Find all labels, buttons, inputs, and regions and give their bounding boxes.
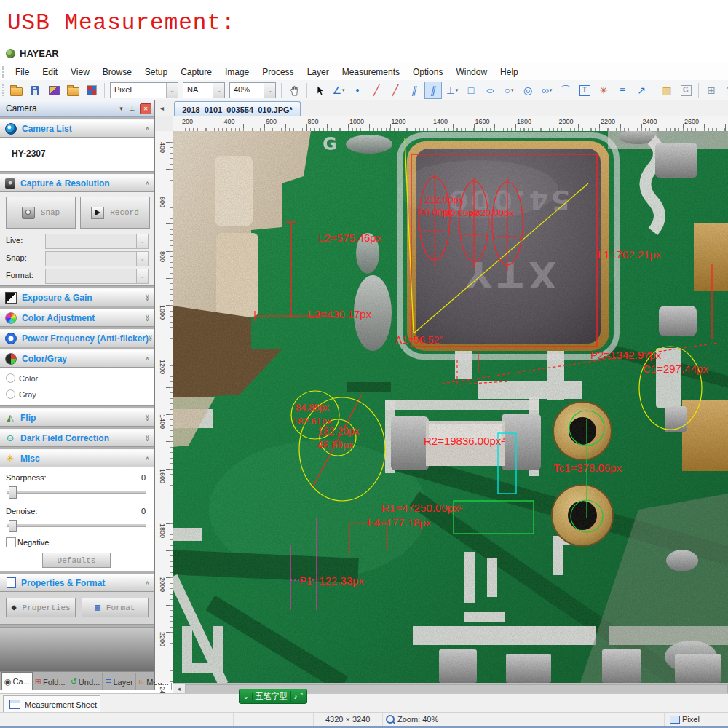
- panel-header[interactable]: Camera ▾ ⊥ ✕: [0, 100, 154, 117]
- collapse-icon[interactable]: ˄: [146, 357, 149, 360]
- chevron-down-icon[interactable]: ▾: [456, 87, 459, 93]
- browse-folder-icon[interactable]: [64, 82, 82, 99]
- expand-icon[interactable]: ˅˅: [146, 435, 149, 441]
- sidebar-tab-layers[interactable]: ≣Layer: [103, 673, 136, 690]
- section-exposure-gain[interactable]: Exposure & Gain ˅˅: [0, 288, 154, 306]
- parallel-lines-tool-icon[interactable]: ∥: [424, 82, 442, 99]
- caliper-tool-icon[interactable]: ≡: [614, 82, 631, 99]
- format-select[interactable]: ⌄: [45, 269, 149, 284]
- properties-button[interactable]: ◆ Properties: [6, 598, 76, 617]
- zoom-select[interactable]: 40%⌄: [229, 82, 276, 98]
- close-panel-button[interactable]: ✕: [140, 103, 151, 114]
- document-tab[interactable]: 2018_0101_003554_010.JPG*: [174, 101, 301, 117]
- text-tool-icon[interactable]: T: [576, 82, 593, 99]
- live-select[interactable]: ⌄: [45, 234, 149, 249]
- angle-tool-icon[interactable]: ∠▾: [330, 82, 347, 99]
- defaults-button[interactable]: Defaults: [42, 553, 111, 568]
- collapse-icon[interactable]: ˄: [146, 582, 149, 585]
- section-power-frequency[interactable]: Power Frequency (Anti-flicker) ˅˅: [0, 329, 154, 347]
- chevron-down-icon[interactable]: ⌄: [264, 83, 275, 98]
- section-capture-resolution[interactable]: Capture & Resolution ˄: [0, 174, 154, 192]
- menu-item-capture[interactable]: Capture: [174, 65, 218, 79]
- align-icon[interactable]: ⇅: [721, 82, 728, 99]
- menu-item-setup[interactable]: Setup: [138, 65, 174, 79]
- open-icon[interactable]: [7, 82, 25, 99]
- select-tool-icon[interactable]: [311, 82, 328, 99]
- section-properties-format[interactable]: Properties & Format ˄: [0, 574, 154, 592]
- menu-item-file[interactable]: File: [9, 65, 36, 79]
- scroll-left-button[interactable]: ◂: [173, 684, 186, 693]
- measurement-sheet-tab[interactable]: Measurement Sheet: [3, 695, 100, 713]
- sharpness-slider[interactable]: [7, 491, 146, 494]
- menu-item-edit[interactable]: Edit: [36, 65, 64, 79]
- menu-item-process[interactable]: Process: [256, 65, 300, 79]
- expand-icon[interactable]: ˅˅: [149, 336, 152, 341]
- calibration-icon[interactable]: ▥: [658, 82, 676, 99]
- image-viewport[interactable]: G XTY 54.000: [173, 131, 728, 683]
- section-misc[interactable]: ✳ Misc ˄: [0, 449, 154, 467]
- camera-device-item[interactable]: HY-2307: [12, 149, 46, 159]
- grayscale-icon[interactable]: G: [677, 82, 695, 99]
- section-camera-list[interactable]: Camera List ˄: [0, 119, 154, 138]
- gray-radio-row[interactable]: Gray: [6, 389, 36, 399]
- color-radio-row[interactable]: Color: [6, 373, 38, 383]
- unit-select[interactable]: Pixel⌄: [110, 82, 178, 98]
- snap-button[interactable]: Snap: [6, 197, 76, 229]
- ime-punct-icon[interactable]: ”: [301, 692, 303, 700]
- snap-select[interactable]: ⌄: [45, 251, 149, 266]
- panel-menu-icon[interactable]: ▾: [116, 105, 127, 112]
- menu-item-options[interactable]: Options: [406, 65, 449, 79]
- ime-state-icon[interactable]: ⌄: [243, 693, 253, 700]
- circle-tool-icon[interactable]: ○▾: [500, 82, 518, 99]
- section-flip[interactable]: ◭ Flip ˅˅: [0, 408, 154, 427]
- menu-item-window[interactable]: Window: [449, 65, 494, 79]
- section-color-adjustment[interactable]: Color Adjustment ˅˅: [0, 309, 154, 327]
- gray-radio[interactable]: [6, 389, 15, 399]
- polyline-tool-icon[interactable]: ╱: [387, 82, 404, 99]
- menu-item-image[interactable]: Image: [218, 65, 256, 79]
- slider-thumb[interactable]: [9, 520, 17, 532]
- slider-thumb[interactable]: [9, 486, 17, 499]
- expand-icon[interactable]: ˅˅: [146, 315, 149, 321]
- menu-item-help[interactable]: Help: [494, 65, 525, 79]
- arc-tool-icon[interactable]: ⌒: [557, 82, 574, 99]
- sidebar-tab-folder-tree[interactable]: ⊞Fold...: [33, 673, 68, 690]
- pan-tool-icon[interactable]: [285, 82, 303, 99]
- save-icon[interactable]: [26, 82, 44, 99]
- menu-item-layer[interactable]: Layer: [301, 65, 336, 79]
- section-color-gray[interactable]: Color/Gray ˄: [0, 349, 154, 368]
- sidebar-tab-camera[interactable]: ◉Ca...: [1, 672, 33, 690]
- edit-image-icon[interactable]: [45, 82, 63, 99]
- chevron-down-icon[interactable]: ⌄: [166, 83, 178, 98]
- sidebar-tab-undo[interactable]: ↺Und...: [68, 673, 103, 690]
- snap-grid-icon[interactable]: [83, 82, 100, 99]
- chevron-down-icon[interactable]: ▾: [342, 87, 345, 93]
- denoise-slider[interactable]: [7, 524, 146, 527]
- linked-circles-tool-icon[interactable]: ∞▾: [538, 82, 555, 99]
- menu-item-browse[interactable]: Browse: [96, 65, 138, 79]
- parallel-tool-icon[interactable]: ∥: [405, 82, 423, 99]
- line-tool-icon[interactable]: ╱: [368, 82, 385, 99]
- ime-bar[interactable]: ⌄ 五笔字型 ♪ ”: [239, 689, 307, 704]
- pin-icon[interactable]: ⊥: [127, 105, 138, 112]
- format-button[interactable]: ▦ Format: [82, 598, 149, 617]
- collapse-icon[interactable]: ˄: [146, 457, 149, 460]
- menu-item-view[interactable]: View: [64, 65, 96, 79]
- objective-select[interactable]: NA⌄: [183, 82, 225, 98]
- point-tool-icon[interactable]: •: [349, 82, 366, 99]
- chevron-down-icon[interactable]: ▾: [511, 87, 514, 93]
- polygon-tool-icon[interactable]: ✳: [595, 82, 612, 99]
- color-radio[interactable]: [6, 373, 15, 383]
- concentric-circles-tool-icon[interactable]: ◎: [519, 82, 537, 99]
- chevron-down-icon[interactable]: ⌄: [213, 83, 224, 98]
- record-button[interactable]: Record: [80, 197, 150, 229]
- expand-icon[interactable]: ˅˅: [146, 295, 149, 301]
- rectangle-tool-icon[interactable]: □: [462, 82, 480, 99]
- collapse-icon[interactable]: ˄: [146, 127, 149, 130]
- tab-scroll-left-icon[interactable]: ◂: [160, 104, 164, 112]
- ellipse-tool-icon[interactable]: ○: [481, 82, 499, 99]
- collapse-icon[interactable]: ˄: [146, 182, 149, 185]
- menu-item-measurements[interactable]: Measurements: [336, 65, 406, 79]
- expand-icon[interactable]: ˅˅: [146, 415, 149, 421]
- ime-sound-icon[interactable]: ♪: [294, 692, 298, 700]
